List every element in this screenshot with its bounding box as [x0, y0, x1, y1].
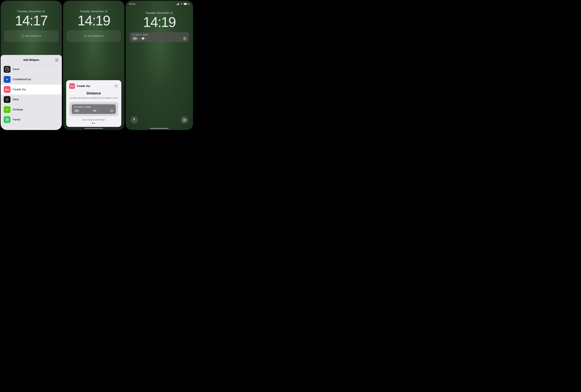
dot-4: [96, 111, 97, 111]
modal-tap-label: Tap or drag to add widget.: [69, 119, 118, 121]
modal-pagination: [69, 123, 118, 124]
modal-close-button[interactable]: ✕: [114, 84, 118, 88]
preview-me-label: Me: [74, 109, 79, 112]
app-icon-couplejoy: joy: [4, 86, 10, 93]
add-widgets-label-2: ADD WIDGETS: [88, 35, 104, 37]
dot-2: [92, 111, 92, 111]
svg-point-13: [8, 109, 8, 110]
preview-dots: 🤍: [80, 110, 109, 112]
line-dot-3: [141, 38, 141, 39]
widget-partner-label: I: [183, 37, 186, 40]
svg-point-15: [5, 108, 6, 109]
couple-joy-modal: joy Couple Joy ✕ Distance Location permi…: [66, 80, 121, 127]
lock-date-1: Tuesday, November 21: [17, 10, 45, 13]
camera-icon: [183, 118, 186, 122]
preview-inner: Our distance: 15 km Me 🤍 I: [72, 104, 116, 114]
svg-text:M: M: [6, 78, 8, 81]
phone-panel-3: Sunrise 33 T: [126, 0, 193, 130]
phone-panel-1: Tuesday, November 21 14:17 + ADD WIDGETS…: [0, 0, 62, 130]
add-widgets-btn-1[interactable]: + ADD WIDGETS: [22, 35, 41, 37]
line-dot-2: [140, 38, 140, 39]
plus-icon-1: +: [22, 35, 24, 37]
modal-app-icon: joy: [69, 83, 75, 89]
sheet-close-button[interactable]: ✕: [55, 58, 59, 62]
bottom-icons-3: [126, 116, 193, 124]
app-name-dime: Dime: [13, 98, 19, 101]
line-dot-1: [139, 38, 140, 39]
app-icon-duolingo: [4, 106, 10, 113]
app-name-clock: Clock: [13, 68, 19, 71]
dot-3: [93, 111, 93, 111]
camera-button[interactable]: [181, 116, 188, 124]
page-dot-1: [92, 123, 93, 124]
line-dot-6: [146, 38, 147, 39]
svg-point-31: [184, 120, 185, 120]
app-name-family: Family: [13, 118, 20, 121]
sheet-title: Add Widgets: [8, 58, 55, 62]
lock-date-2: Tuesday, November 21: [80, 10, 108, 13]
app-icon-clock: [4, 66, 10, 73]
preview-partner-label: I: [110, 109, 114, 112]
close-icon-sheet: ✕: [56, 59, 58, 61]
page-dot-2: [94, 123, 95, 124]
distance-widget-3: Our distance: 15 km Me 🤍 I: [130, 32, 189, 42]
widget-distance-label: Our distance: 15 km: [132, 34, 186, 36]
lock-time-3: 14:19: [143, 15, 176, 29]
home-indicator-3: [150, 128, 168, 129]
app-list: Clock M CoinMarketCap joy Couple Joy: [0, 64, 62, 125]
widget-distance-line: Me 🤍 I: [132, 37, 186, 40]
lockscreen-3: Tuesday, November 21 14:19 Our distance:…: [126, 0, 193, 130]
app-icon-family: [4, 116, 10, 123]
flashlight-icon: [132, 118, 136, 122]
app-name-coinmarketcap: CoinMarketCap: [13, 78, 31, 81]
widget-distance-value: 15 km: [143, 34, 148, 36]
heart-icon-preview: 🤍: [94, 110, 96, 112]
modal-subtitle: Location permission is required for the …: [69, 97, 118, 99]
home-indicator-2: [84, 128, 103, 129]
app-item-dime[interactable]: Dime: [0, 95, 62, 105]
preview-distance-label: Our distance: 15 km: [74, 106, 114, 108]
svg-point-14: [6, 110, 8, 111]
svg-rect-30: [184, 119, 184, 119]
svg-point-16: [8, 108, 9, 109]
widget-area-2[interactable]: + ADD WIDGETS: [67, 31, 121, 41]
heart-icon-widget: 🤍: [142, 37, 144, 40]
lock-time-2: 14:19: [78, 14, 110, 27]
home-indicator-1: [22, 128, 40, 129]
dot-1: [91, 111, 92, 111]
add-widgets-btn-2[interactable]: + ADD WIDGETS: [84, 35, 104, 37]
svg-point-8: [7, 99, 8, 100]
modal-title: Distance: [69, 91, 118, 95]
add-widgets-sheet: Add Widgets ✕ Clock: [0, 55, 62, 130]
widget-area-1[interactable]: + ADD WIDGETS: [4, 31, 58, 41]
close-icon-modal: ✕: [116, 85, 117, 87]
preview-distance-line: Me 🤍 I: [74, 109, 114, 112]
app-item-duolingo[interactable]: Duolingo: [0, 105, 62, 115]
modal-app-name: Couple Joy: [77, 85, 112, 87]
widget-me-label: Me: [132, 37, 138, 40]
app-item-clock[interactable]: Clock: [0, 64, 62, 74]
line-dot-4: [145, 38, 145, 39]
flashlight-button[interactable]: [130, 116, 138, 124]
widget-dotted-line: 🤍: [139, 37, 182, 40]
widget-preview: Our distance: 15 km Me 🤍 I: [69, 102, 118, 116]
app-name-duolingo: Duolingo: [13, 108, 23, 111]
lock-date-3: Tuesday, November 21: [145, 11, 173, 14]
svg-point-12: [6, 109, 7, 110]
phone-panel-2: Tuesday, November 21 14:19 + ADD WIDGETS…: [63, 0, 124, 130]
app-item-family[interactable]: Family: [0, 115, 62, 125]
sheet-title-row: Add Widgets ✕: [0, 58, 62, 64]
modal-header: joy Couple Joy ✕: [69, 83, 118, 89]
dot-6: [98, 111, 98, 111]
line-dot-5: [146, 38, 146, 39]
app-icon-dime: [4, 96, 10, 103]
plus-icon-2: +: [84, 35, 86, 37]
lock-time-1: 14:17: [15, 14, 48, 27]
add-widgets-label-1: ADD WIDGETS: [25, 35, 41, 37]
svg-point-3: [7, 69, 8, 70]
dot-5: [97, 111, 98, 111]
app-icon-coinmarketcap: M: [4, 76, 10, 83]
app-item-coinmarketcap[interactable]: M CoinMarketCap: [0, 74, 62, 84]
app-name-couplejoy: Couple Joy: [13, 88, 26, 91]
app-item-couplejoy[interactable]: joy Couple Joy: [0, 84, 62, 95]
